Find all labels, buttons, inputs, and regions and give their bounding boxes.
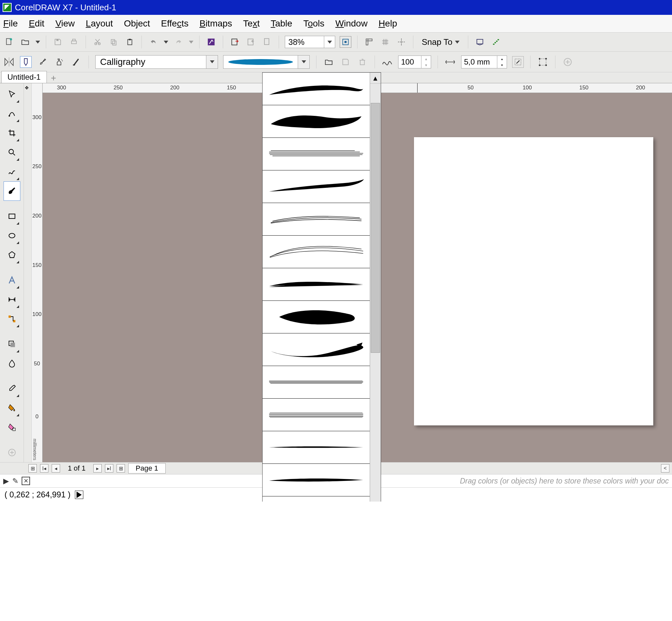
brush-stroke-option[interactable] (263, 366, 370, 399)
brush-stroke-combo[interactable] (223, 55, 310, 69)
brush-stroke-option[interactable] (263, 138, 370, 170)
first-page-button[interactable]: I◂ (40, 464, 48, 472)
play-macro-button[interactable] (75, 491, 83, 499)
hscroll-left-button[interactable]: < (661, 464, 669, 472)
add-page-before-button[interactable]: ⊞ (29, 464, 37, 472)
brush-stroke-option[interactable] (263, 399, 370, 431)
transparency-tool[interactable] (4, 354, 21, 373)
brush-stroke-option[interactable] (263, 268, 370, 301)
brush-stroke-option[interactable] (263, 496, 370, 502)
undo-dropdown[interactable] (164, 36, 168, 48)
page-surface[interactable] (414, 137, 653, 425)
menu-window[interactable]: Window (335, 18, 368, 29)
search-content-button[interactable] (205, 36, 217, 48)
page-tab[interactable]: Page 1 (128, 463, 166, 473)
scroll-track[interactable] (370, 84, 381, 502)
zoom-tool[interactable] (4, 143, 21, 162)
stroke-width-input[interactable] (462, 56, 497, 68)
brush-stroke-option[interactable] (263, 236, 370, 268)
drop-shadow-tool[interactable] (4, 334, 21, 354)
snap-to-dropdown[interactable]: Snap To (419, 36, 462, 48)
smoothing-slider-icon[interactable]: ▵▿ (421, 56, 431, 68)
ellipse-tool[interactable] (4, 226, 21, 245)
preset-brush-button[interactable] (20, 56, 32, 68)
brush-stroke-option[interactable] (263, 105, 370, 138)
mirror-horiz-button[interactable] (3, 56, 15, 68)
scroll-thumb[interactable] (371, 103, 380, 353)
vertical-ruler[interactable]: 300 250 200 150 100 50 0 millimeters (32, 83, 43, 462)
export-button[interactable] (245, 36, 257, 48)
document-tab[interactable]: Untitled-1 (1, 71, 47, 83)
save-button[interactable] (52, 36, 64, 48)
no-color-swatch[interactable]: ✕ (22, 477, 30, 485)
artistic-media-tool[interactable] (4, 181, 21, 201)
scroll-up-button[interactable]: ▴ (370, 73, 381, 84)
rectangle-tool[interactable] (4, 207, 21, 226)
save-stroke-button[interactable] (340, 56, 351, 68)
brush-category-combo[interactable]: Calligraphy (95, 55, 218, 69)
menu-help[interactable]: Help (379, 18, 397, 29)
menu-table[interactable]: Table (271, 18, 292, 29)
app-launcher-button[interactable] (490, 36, 502, 48)
quick-customize-icon[interactable] (562, 56, 574, 68)
menu-effects[interactable]: Effects (161, 18, 189, 29)
cut-button[interactable] (92, 36, 103, 48)
menu-layout[interactable]: Layout (86, 18, 113, 29)
bounding-box-button[interactable] (537, 56, 549, 68)
zoom-field[interactable] (285, 36, 335, 48)
pick-tool[interactable] (4, 85, 21, 104)
ruler-origin-drag[interactable]: ✥ (24, 83, 32, 462)
copy-button[interactable] (108, 36, 119, 48)
dimension-tool[interactable] (4, 290, 21, 309)
brush-dropdown-scrollbar[interactable]: ▴ ▾ (370, 73, 381, 502)
stroke-width-spinner[interactable]: ▴▾ (497, 56, 507, 68)
freehand-tool[interactable] (4, 162, 21, 181)
show-rulers-button[interactable] (363, 36, 375, 48)
sprayer-button[interactable] (53, 56, 65, 68)
shape-tool[interactable] (4, 104, 21, 123)
brush-stroke-option[interactable] (263, 203, 370, 236)
brush-stroke-option[interactable] (263, 170, 370, 203)
brush-stroke-option[interactable] (263, 333, 370, 366)
quick-customize-toolbox[interactable] (4, 443, 21, 462)
print-button[interactable] (68, 36, 80, 48)
menu-bitmaps[interactable]: Bitmaps (200, 18, 232, 29)
freehand-smoothing-input[interactable] (398, 56, 421, 68)
eyedropper-tool[interactable] (4, 379, 21, 398)
brush-stroke-option[interactable] (263, 301, 370, 333)
menu-edit[interactable]: Edit (29, 18, 44, 29)
delete-stroke-button[interactable] (356, 56, 368, 68)
show-grid-button[interactable] (380, 36, 391, 48)
undo-button[interactable] (148, 36, 159, 48)
calligraphic-button[interactable] (70, 56, 82, 68)
brush-stroke-option[interactable] (263, 431, 370, 464)
brush-button[interactable] (37, 56, 48, 68)
stroke-width-field[interactable]: ▴▾ (461, 55, 507, 69)
show-guidelines-button[interactable] (396, 36, 407, 48)
menu-object[interactable]: Object (124, 18, 150, 29)
polygon-tool[interactable] (4, 245, 21, 265)
menu-view[interactable]: View (55, 18, 75, 29)
eyedropper-icon[interactable]: ✎ (12, 477, 18, 486)
add-page-after-button[interactable]: ⊞ (117, 464, 125, 472)
brush-stroke-option[interactable] (263, 73, 370, 105)
connector-tool[interactable] (4, 309, 21, 329)
new-doc-button[interactable] (3, 36, 15, 48)
prev-page-button[interactable]: ◂ (52, 464, 60, 472)
options-button[interactable] (474, 36, 486, 48)
brush-stroke-chevron[interactable] (298, 55, 309, 69)
paste-button[interactable] (124, 36, 135, 48)
publish-pdf-button[interactable] (261, 36, 273, 48)
brush-category-chevron[interactable] (206, 55, 218, 69)
crop-tool[interactable] (4, 123, 21, 143)
menu-text[interactable]: Text (243, 18, 260, 29)
freehand-smoothing-field[interactable]: ▵▿ (398, 55, 431, 69)
import-button[interactable] (229, 36, 241, 48)
scale-stroke-button[interactable] (512, 56, 524, 68)
interactive-fill-tool[interactable] (4, 398, 21, 418)
open-dropdown[interactable] (36, 36, 40, 48)
redo-dropdown[interactable] (189, 36, 193, 48)
browse-button[interactable] (323, 56, 334, 68)
menu-file[interactable]: File (3, 18, 18, 29)
smart-fill-tool[interactable] (4, 418, 21, 437)
